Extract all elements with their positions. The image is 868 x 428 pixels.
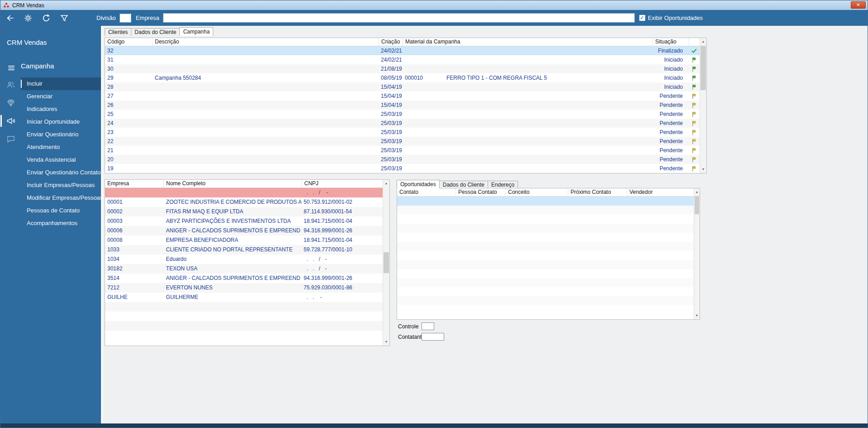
campaign-row[interactable]: 2425/03/19Pendente xyxy=(105,119,700,128)
empresa-row[interactable]: 00001ZOOTEC INDUSTRIA E COMERCIO DE PROD… xyxy=(105,197,383,207)
column-header-empresa[interactable]: Empresa xyxy=(105,180,164,188)
scroll-up-icon[interactable]: ▲ xyxy=(700,38,706,45)
empresa-row[interactable]: 00008EMPRESA BENEFICIADORA18.941.715/000… xyxy=(105,236,383,245)
empresa-filter-row[interactable]: . . / - xyxy=(105,188,383,197)
opportunity-row[interactable] xyxy=(397,287,694,296)
campaign-row[interactable]: 2815/04/19Iniciado xyxy=(105,82,700,91)
opportunity-row[interactable] xyxy=(397,197,694,206)
scroll-up-icon[interactable]: ▲ xyxy=(694,188,700,196)
tab-endereco[interactable]: Endereço xyxy=(488,181,518,188)
column-header-proximo-contato[interactable]: Próximo Contato xyxy=(568,188,627,196)
campaign-row[interactable]: 2615/04/19Pendente xyxy=(105,101,700,110)
empresa-row[interactable]: 00003ABYZ PARTICIPAÇÕES E INVESTIMENTOS … xyxy=(105,216,383,226)
column-header-material[interactable]: Material da Campanha xyxy=(403,38,653,46)
campaign-row[interactable]: 2125/03/19Pendente xyxy=(105,146,700,155)
opportunity-row[interactable] xyxy=(397,296,694,305)
opportunity-row[interactable] xyxy=(397,206,694,215)
filter-icon[interactable] xyxy=(59,13,69,23)
sidebar-item-enviar-questionario[interactable]: Enviar Questionário xyxy=(21,128,101,141)
opportunity-row[interactable] xyxy=(397,242,694,251)
tab-dados-do-cliente[interactable]: Dados do Cliente xyxy=(439,181,488,188)
column-header-contato[interactable]: Contato xyxy=(397,188,456,196)
opportunity-row[interactable] xyxy=(397,260,694,269)
empresa-row[interactable]: 7212EVERTON NUNES75.929.030/0001-86 xyxy=(105,283,383,293)
sidebar-item-atendimento[interactable]: Atendimento xyxy=(21,141,101,154)
scroll-down-icon[interactable]: ▼ xyxy=(383,338,389,346)
refresh-icon[interactable] xyxy=(41,13,51,23)
empresa-row[interactable]: 1033CLIENTE CRIADO NO PORTAL REPRESENTAN… xyxy=(105,245,383,255)
sidebar-item-pessoas-de-contato[interactable]: Pessoas de Contato xyxy=(21,204,101,217)
scroll-down-icon[interactable]: ▼ xyxy=(694,312,700,319)
scroll-down-icon[interactable]: ▼ xyxy=(700,166,706,173)
column-header-nome-completo[interactable]: Nome Completo xyxy=(164,180,302,188)
opportunity-row[interactable] xyxy=(397,269,694,278)
oportunidades-grid-scrollbar[interactable]: ▲ ▼ xyxy=(694,188,700,319)
sidebar-item-gerenciar[interactable]: Gerenciar xyxy=(21,90,101,103)
campaign-grid-scrollbar[interactable]: ▲ ▼ xyxy=(700,38,706,173)
sidebar-item-venda-assistencial[interactable]: Venda Assistencial xyxy=(21,154,101,166)
empresa-row[interactable]: 00006ANIGER - CALCADOS SUPRIMENTOS E EMP… xyxy=(105,226,383,236)
column-header-situacao[interactable]: Situação xyxy=(653,38,689,46)
gem-icon[interactable] xyxy=(6,98,15,107)
people-icon[interactable] xyxy=(6,80,15,89)
megaphone-icon[interactable] xyxy=(6,116,15,125)
cell-nome-completo: TEXON USA xyxy=(164,264,302,274)
column-header-criacao[interactable]: Criação xyxy=(379,38,403,46)
column-header-descricao[interactable]: Descrição xyxy=(153,38,379,46)
back-icon[interactable] xyxy=(5,13,15,23)
chat-icon[interactable] xyxy=(6,135,15,144)
column-header-pessoa-contato[interactable]: Pessoa Contato xyxy=(456,188,506,196)
scroll-thumb[interactable] xyxy=(384,252,389,273)
tab-campanha[interactable]: Campanha xyxy=(179,27,213,36)
empresa-row[interactable]: 30182TEXON USA . . / - xyxy=(105,264,383,274)
sidebar-item-modificar-empresas-pessoas[interactable]: Modificar Empresas/Pessoas xyxy=(21,192,101,204)
campaign-row[interactable]: 3124/02/21Iniciado xyxy=(105,55,700,64)
empresa-row[interactable]: 3514ANIGER - CALCADOS SUPRIMENTOS E EMPR… xyxy=(105,274,383,283)
column-header-codigo[interactable]: Código xyxy=(105,38,153,46)
scroll-thumb[interactable] xyxy=(700,46,706,90)
sidebar-item-iniciar-oportunidade[interactable]: Iniciar Oportunidade xyxy=(21,115,101,128)
close-button[interactable]: ✕ xyxy=(851,1,866,9)
empresa-row[interactable]: 1034Eduardo . . / - xyxy=(105,255,383,264)
contatante-input[interactable] xyxy=(422,333,444,341)
sidebar-item-indicadores[interactable]: Indicadores xyxy=(21,103,101,115)
flag-green-icon xyxy=(688,82,700,91)
campaign-row[interactable]: 2715/04/19Pendente xyxy=(105,91,700,101)
campaign-row[interactable]: 2325/03/19Pendente xyxy=(105,128,700,137)
column-header-cnpj[interactable]: CNPJ xyxy=(302,180,384,188)
campaign-row[interactable]: 2225/03/19Pendente xyxy=(105,137,700,146)
sidebar-item-enviar-questionario-contato[interactable]: Enviar Questionário Contato xyxy=(21,166,101,179)
tab-oportunidades[interactable]: Oportunidades xyxy=(397,180,440,188)
tab-clientes[interactable]: Clientes xyxy=(105,28,131,36)
scroll-up-icon[interactable]: ▲ xyxy=(383,180,389,187)
campaign-row[interactable]: 2525/03/19Pendente xyxy=(105,110,700,119)
sidebar-item-acompanhamentos[interactable]: Acompanhamentos xyxy=(21,217,101,230)
cell-empresa: 00001 xyxy=(105,197,164,207)
sidebar-item-incluir[interactable]: Incluir xyxy=(21,77,101,90)
opportunity-row[interactable] xyxy=(397,251,694,260)
campaign-row[interactable]: 1925/03/19Pendente xyxy=(105,164,700,173)
sidebar-item-incluir-empresas-pessoas[interactable]: Incluir Empresas/Pessoas xyxy=(21,179,101,192)
opportunity-row[interactable] xyxy=(397,278,694,287)
column-header-vendedor[interactable]: Vendedor xyxy=(627,188,695,196)
opportunity-row[interactable] xyxy=(397,215,694,224)
empresa-input[interactable] xyxy=(163,13,635,23)
campaign-row[interactable]: 29Campanha 55028408/05/19000010FERRO TIP… xyxy=(105,73,700,82)
campaign-row[interactable]: 3224/02/21Finalizado xyxy=(105,46,700,55)
controle-input[interactable] xyxy=(422,322,434,330)
empresa-row[interactable]: 00002FITAS RM MAQ E EQUIP LTDA87.114.930… xyxy=(105,207,383,216)
column-header-conceito[interactable]: Conceito xyxy=(506,188,568,196)
toolbar-icons xyxy=(5,13,69,23)
exibir-oportunidades-checkbox[interactable]: ✓ Exibir Oportunidades xyxy=(639,14,703,21)
empresa-grid-scrollbar[interactable]: ▲ ▼ xyxy=(383,180,389,346)
opportunity-row[interactable] xyxy=(397,233,694,242)
campaign-row[interactable]: 3021/08/19Iniciado xyxy=(105,64,700,73)
tab-dados-do-cliente[interactable]: Dados do Cliente xyxy=(131,28,180,36)
empresa-row[interactable]: GUILHEGUILHERME . . - xyxy=(105,293,383,302)
campaign-row[interactable]: 2025/03/19Pendente xyxy=(105,155,700,164)
divisao-input[interactable] xyxy=(120,14,131,23)
opportunity-row[interactable] xyxy=(397,305,694,314)
settings-icon[interactable] xyxy=(23,13,33,23)
scroll-thumb[interactable] xyxy=(695,196,699,214)
opportunity-row[interactable] xyxy=(397,224,694,233)
